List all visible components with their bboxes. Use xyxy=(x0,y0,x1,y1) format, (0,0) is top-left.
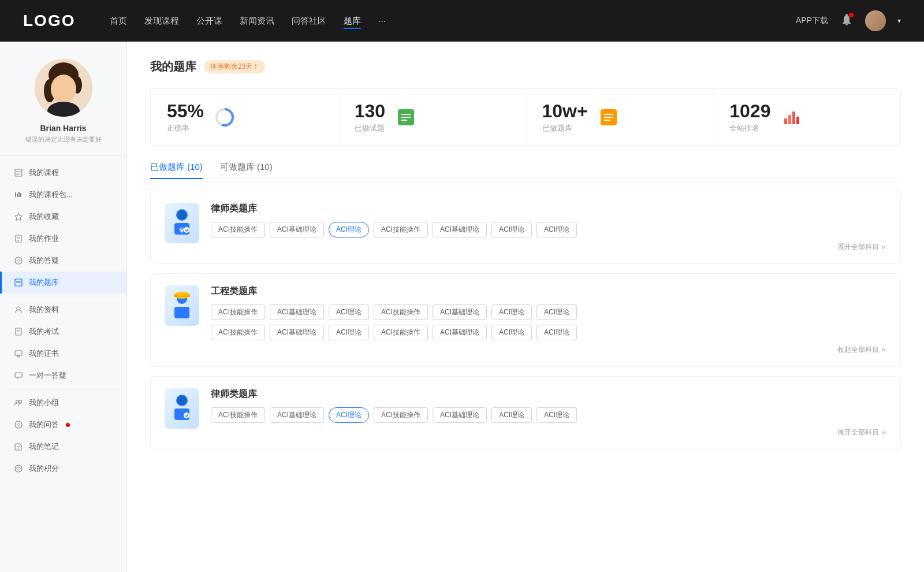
tag-item[interactable]: ACI基础理论 xyxy=(270,325,324,340)
tag-item-active[interactable]: ACI理论 xyxy=(329,407,369,423)
tag-item[interactable]: ACI技能操作 xyxy=(211,407,265,423)
sidebar-item-my-homework[interactable]: 我的作业 xyxy=(0,228,126,250)
user-avatar[interactable] xyxy=(865,10,886,31)
tag-item[interactable]: ACI理论 xyxy=(536,407,577,423)
tag-item[interactable]: ACI基础理论 xyxy=(433,222,487,237)
stat-accuracy-label: 正确率 xyxy=(167,123,204,133)
stat-rank-value: 1029 xyxy=(729,101,770,122)
nav-qa[interactable]: 问答社区 xyxy=(292,13,326,29)
bank-name-engineer: 工程类题库 xyxy=(211,285,886,298)
my-qa-icon: ? xyxy=(14,256,23,265)
tag-item[interactable]: ACI理论 xyxy=(536,304,577,320)
sidebar-item-one-on-one[interactable]: 一对一答疑 xyxy=(0,365,126,387)
tag-item[interactable]: ACI理论 xyxy=(491,304,532,320)
bank-tags-engineer-row1: ACI技能操作 ACI基础理论 ACI理论 ACI技能操作 ACI基础理论 AC… xyxy=(211,304,886,320)
sidebar-item-my-notes[interactable]: 我的笔记 xyxy=(0,436,126,458)
sidebar-item-my-course[interactable]: 我的课程 xyxy=(0,162,126,184)
svg-rect-14 xyxy=(20,193,21,197)
sidebar-item-my-points[interactable]: 我的积分 xyxy=(0,458,126,480)
bank-tags-lawyer-1: ACI技能操作 ACI基础理论 ACI理论 ACI技能操作 ACI基础理论 AC… xyxy=(211,222,886,237)
answers-notification-dot xyxy=(66,423,70,427)
stat-done-banks-icon xyxy=(597,106,620,129)
menu-divider-1 xyxy=(9,296,117,296)
expand-link-lawyer-2[interactable]: 展开全部科目 ∨ xyxy=(211,428,886,437)
main-content: 我的题库 体验剩余23天！ 55% 正确率 xyxy=(127,42,924,572)
nav-bank[interactable]: 题库 xyxy=(344,13,361,29)
sidebar-item-my-cert[interactable]: 我的证书 xyxy=(0,343,126,365)
tag-item-active[interactable]: ACI理论 xyxy=(329,222,369,237)
nav-more[interactable]: ··· xyxy=(378,13,386,29)
tag-item[interactable]: ACI技能操作 xyxy=(374,325,428,340)
svg-marker-15 xyxy=(15,213,23,221)
svg-point-66 xyxy=(184,413,189,418)
bank-card-engineer: 工程类题库 ACI技能操作 ACI基础理论 ACI理论 ACI技能操作 ACI基… xyxy=(150,273,901,367)
tag-item[interactable]: ACI基础理论 xyxy=(433,325,487,340)
bank-content-lawyer-2: 律师类题库 ACI技能操作 ACI基础理论 ACI理论 ACI技能操作 ACI基… xyxy=(211,388,886,437)
tag-item[interactable]: ACI理论 xyxy=(329,304,369,320)
notification-bell[interactable] xyxy=(840,13,854,29)
svg-point-65 xyxy=(177,396,187,405)
svg-rect-49 xyxy=(784,118,787,124)
tag-item[interactable]: ACI理论 xyxy=(329,325,369,340)
tag-item[interactable]: ACI技能操作 xyxy=(374,222,428,237)
sidebar-item-my-profile[interactable]: 我的资料 xyxy=(0,299,126,321)
tab-available-banks[interactable]: 可做题库 (10) xyxy=(220,162,273,179)
nav-discover[interactable]: 发现课程 xyxy=(144,13,179,29)
tag-item[interactable]: ACI基础理论 xyxy=(270,222,324,237)
tag-item[interactable]: ACI理论 xyxy=(491,222,532,237)
tag-item[interactable]: ACI基础理论 xyxy=(433,304,487,320)
lawyer-person-icon xyxy=(170,208,194,238)
my-bank-icon xyxy=(14,278,23,287)
svg-point-37 xyxy=(15,465,22,472)
donut-chart-icon xyxy=(214,106,236,128)
sidebar-item-my-exam[interactable]: 我的考试 xyxy=(0,321,126,343)
sidebar-item-my-qa[interactable]: ? 我的答疑 xyxy=(0,250,126,272)
tab-done-banks[interactable]: 已做题库 (10) xyxy=(150,162,203,179)
tag-item[interactable]: ACI基础理论 xyxy=(270,304,324,320)
sidebar-item-my-package[interactable]: 我的课程包... xyxy=(0,184,126,206)
nav-news[interactable]: 新闻资讯 xyxy=(240,13,274,29)
collapse-link-engineer[interactable]: 收起全部科目 ∧ xyxy=(211,345,886,355)
my-favorites-icon xyxy=(14,212,23,221)
bar-chart-icon xyxy=(781,107,802,128)
sidebar-item-my-favorites[interactable]: 我的收藏 xyxy=(0,206,126,228)
tag-item[interactable]: ACI技能操作 xyxy=(374,304,428,320)
app-download-button[interactable]: APP下载 xyxy=(796,16,828,26)
tag-item[interactable]: ACI理论 xyxy=(491,325,532,340)
lawyer-person-icon-2 xyxy=(170,393,194,424)
sidebar-item-my-answers[interactable]: ? 我的问答 xyxy=(0,414,126,436)
tag-item[interactable]: ACI理论 xyxy=(491,407,532,423)
page-header: 我的题库 体验剩余23天！ xyxy=(150,59,901,75)
nav-home[interactable]: 首页 xyxy=(110,13,127,29)
nav-open-course[interactable]: 公开课 xyxy=(196,13,222,29)
svg-rect-62 xyxy=(178,294,185,296)
tag-item[interactable]: ACI基础理论 xyxy=(270,407,324,423)
svg-rect-59 xyxy=(174,307,189,318)
tag-item[interactable]: ACI理论 xyxy=(536,222,577,237)
svg-rect-50 xyxy=(788,115,791,124)
svg-rect-52 xyxy=(796,117,799,124)
svg-rect-13 xyxy=(18,192,20,197)
main-layout: Brian Harris 错误的决定比没有决定要好 我的课程 我的课程包... xyxy=(0,42,924,572)
tag-item[interactable]: ACI技能操作 xyxy=(211,304,265,320)
tag-item[interactable]: ACI基础理论 xyxy=(433,407,487,423)
svg-point-57 xyxy=(184,227,189,233)
svg-point-56 xyxy=(177,210,187,220)
bank-icon-lawyer-1 xyxy=(165,203,199,243)
trial-badge: 体验剩余23天！ xyxy=(204,60,265,73)
svg-text:?: ? xyxy=(17,258,20,264)
stat-done-questions-label: 已做试题 xyxy=(355,123,385,133)
stat-accuracy-icon xyxy=(213,106,236,129)
sidebar: Brian Harris 错误的决定比没有决定要好 我的课程 我的课程包... xyxy=(0,42,127,572)
tag-item[interactable]: ACI技能操作 xyxy=(211,222,265,237)
tag-item[interactable]: ACI技能操作 xyxy=(374,407,428,423)
sidebar-item-my-group[interactable]: 我的小组 xyxy=(0,392,126,414)
tag-item[interactable]: ACI理论 xyxy=(536,325,577,340)
expand-link-lawyer-1[interactable]: 展开全部科目 ∨ xyxy=(211,242,886,252)
user-menu-chevron[interactable]: ▾ xyxy=(897,17,901,25)
sidebar-item-my-bank[interactable]: 我的题库 xyxy=(0,272,126,294)
my-notes-icon xyxy=(14,442,23,451)
tag-item[interactable]: ACI技能操作 xyxy=(211,325,265,340)
logo[interactable]: LOGO xyxy=(23,12,75,30)
page-title: 我的题库 xyxy=(150,59,196,75)
